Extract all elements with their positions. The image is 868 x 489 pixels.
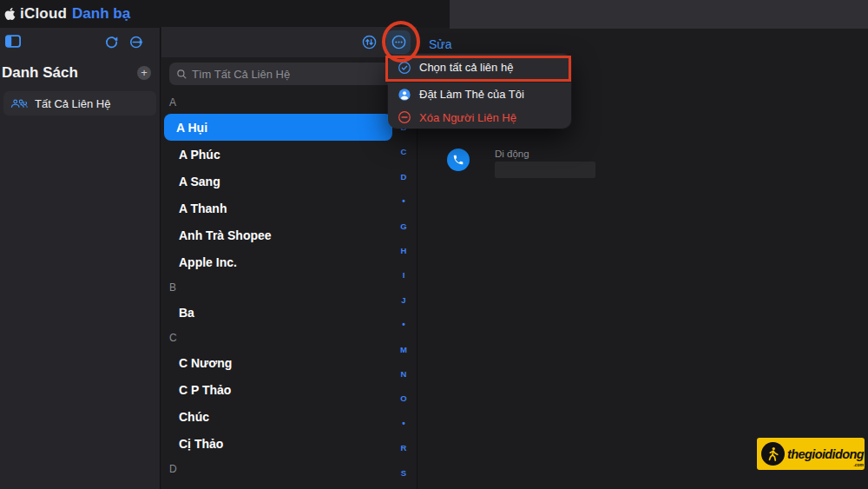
sidebar: Danh Sách + Tất Cả Liên Hệ <box>0 28 161 489</box>
sidebar-item-all-contacts[interactable]: Tất Cả Liên Hệ <box>3 91 156 116</box>
person-circle-icon <box>398 88 411 102</box>
contact-row[interactable]: A Hụi <box>164 114 392 141</box>
contact-row[interactable]: Ba <box>164 299 392 326</box>
edit-button[interactable]: Sửa <box>429 37 452 51</box>
index-letter-N[interactable]: N <box>398 361 409 386</box>
search-input[interactable]: Tìm Tất Cả Liên Hệ <box>169 63 408 85</box>
phone-icon[interactable] <box>447 149 470 171</box>
index-letter-J[interactable]: J <box>398 287 409 312</box>
minus-circle-icon <box>398 110 411 124</box>
menu-item-1[interactable]: Đặt Làm Thẻ của Tôi <box>388 83 571 106</box>
detail-header-band <box>450 0 868 29</box>
menu-item-label: Chọn tất cả liên hệ <box>419 61 513 74</box>
sidebar-heading-row: Danh Sách + <box>0 56 160 84</box>
index-letter-D[interactable]: D <box>398 164 409 188</box>
phone-value-field[interactable] <box>495 162 595 178</box>
index-letter-C[interactable]: C <box>398 140 409 164</box>
brand-badge: thegioididong .com <box>757 438 865 470</box>
section-label-A: A <box>161 90 417 114</box>
index-dot[interactable]: • <box>398 313 409 337</box>
apple-logo-icon <box>4 7 16 22</box>
refresh-icon[interactable] <box>104 35 120 50</box>
people-group-icon <box>10 98 28 109</box>
section-label-C: C <box>161 326 417 349</box>
app-launcher-icon[interactable] <box>129 35 145 50</box>
sort-arrows-icon[interactable] <box>362 35 377 50</box>
index-letter-M[interactable]: M <box>398 337 409 361</box>
contact-row[interactable]: Chúc <box>164 403 392 430</box>
contact-row[interactable]: Anh Trà Shopee <box>164 221 392 248</box>
contact-rows: AA HụiA PhúcA SangA ThanhAnh Trà ShopeeA… <box>161 90 417 480</box>
search-placeholder: Tìm Tất Cả Liên Hệ <box>192 68 290 81</box>
contact-row[interactable]: C P Thảo <box>164 376 392 403</box>
menu-item-label: Xóa Người Liên Hệ <box>419 111 516 124</box>
index-letter-O[interactable]: O <box>398 387 409 411</box>
contact-row[interactable]: A Sang <box>164 168 392 195</box>
check-circle-icon <box>398 61 411 75</box>
section-label-D: D <box>161 457 417 480</box>
phone-row: Di động <box>447 149 595 178</box>
search-icon <box>176 69 187 80</box>
page-title: Danh bạ <box>72 5 130 23</box>
more-options-button[interactable] <box>386 30 411 54</box>
contact-row[interactable]: Cị Thảo <box>164 430 392 457</box>
index-letter-R[interactable]: R <box>398 435 409 459</box>
icloud-top-bar: iCloud Danh bạ <box>0 0 450 28</box>
contact-row[interactable]: Apple Inc. <box>164 248 392 275</box>
brand-tld: .com <box>853 462 864 467</box>
sidebar-toggle-icon[interactable] <box>5 35 21 50</box>
contact-row[interactable]: C Nương <box>164 349 392 376</box>
add-list-button plus-icon[interactable]: + <box>137 66 151 80</box>
index-dot[interactable]: • <box>398 189 409 214</box>
contact-row[interactable]: A Phúc <box>164 141 392 168</box>
menu-item-2[interactable]: Xóa Người Liên Hệ <box>388 106 571 129</box>
app-title: iCloud <box>20 5 67 23</box>
more-options-menu: Chọn tất cả liên hệĐặt Làm Thẻ của TôiXó… <box>388 54 571 129</box>
index-letter-G[interactable]: G <box>398 214 409 238</box>
menu-item-0[interactable]: Chọn tất cả liên hệ <box>388 54 571 81</box>
contact-list-toolbar <box>161 27 417 57</box>
sidebar-heading: Danh Sách <box>2 64 78 82</box>
index-letter-H[interactable]: H <box>398 238 409 262</box>
index-letter-S[interactable]: S <box>398 460 409 485</box>
index-letter-I[interactable]: I <box>398 263 409 287</box>
sidebar-toolbar <box>0 28 160 56</box>
sidebar-item-label: Tất Cả Liên Hệ <box>35 97 110 110</box>
alphabet-index: ABCD•GHIJ•MNO•RS <box>398 90 409 485</box>
index-dot[interactable]: • <box>398 411 409 435</box>
walking-person-icon <box>761 442 785 466</box>
phone-label: Di động <box>495 149 595 159</box>
ellipsis-circle-icon <box>391 34 407 50</box>
menu-item-label: Đặt Làm Thẻ của Tôi <box>419 88 524 101</box>
contact-row[interactable]: A Thanh <box>164 195 392 221</box>
brand-name: thegioididong <box>787 447 864 461</box>
phone-field: Di động <box>495 149 595 178</box>
section-label-B: B <box>161 275 417 299</box>
contact-list-panel: Tìm Tất Cả Liên Hệ AA HụiA PhúcA SangA T… <box>161 27 417 489</box>
